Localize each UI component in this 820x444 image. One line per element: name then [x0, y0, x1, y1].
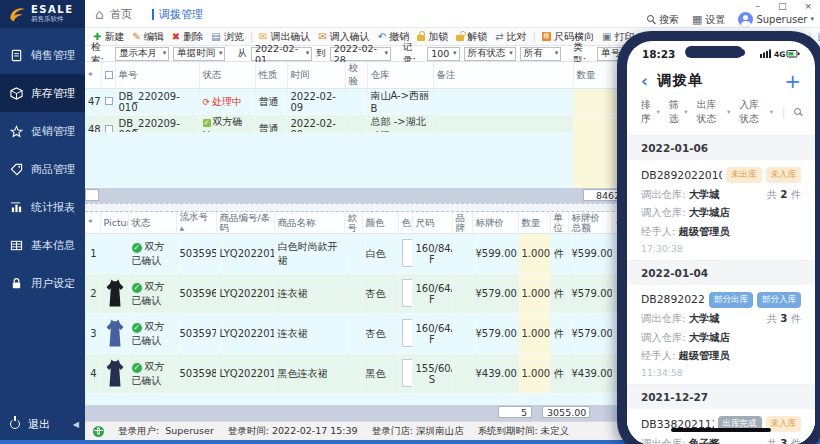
home-icon[interactable]: ⌂	[95, 6, 104, 22]
document-icon	[10, 49, 23, 62]
maximize-button[interactable]: □	[778, 1, 787, 11]
item-code: LYQ20220119003	[216, 354, 274, 394]
product-photo	[104, 317, 126, 349]
sidebar: 销售管理库存管理促销管理商品管理统计报表基本信息用户设定 退出 ◀	[0, 28, 85, 440]
global-search-button[interactable]: 搜索	[647, 13, 679, 27]
sidebar-item-star[interactable]: 促销管理	[0, 112, 85, 150]
unlock-icon	[456, 35, 464, 41]
select-all-checkbox[interactable]	[105, 71, 113, 79]
col-header[interactable]: 颜色	[362, 212, 398, 234]
home-indicator[interactable]	[671, 428, 771, 432]
scope-select[interactable]: 所有▾	[520, 47, 561, 61]
avatar	[738, 12, 753, 27]
records-select[interactable]: 100▾	[427, 47, 459, 61]
item-picture-cell[interactable]	[100, 234, 128, 274]
col-header[interactable]: 仓库	[367, 62, 433, 89]
phone-filter-入库状态[interactable]: 入库状态▾	[739, 98, 773, 126]
date-to-input[interactable]: 2022-02-28▾	[330, 47, 391, 61]
col-header[interactable]: 标牌价	[472, 212, 518, 234]
item-qty: 1.000	[518, 234, 550, 274]
transfer-order-card[interactable]: DB2892022010617302905未出库未入库调出仓库:大学城共 2 件…	[627, 160, 815, 261]
date-from-input[interactable]: 2022-02-01▾	[251, 47, 312, 61]
tab-transfer-management[interactable]: 调拨管理	[152, 7, 203, 22]
col-header[interactable]: 单位	[550, 212, 568, 234]
phone-page-title: 调拨单	[657, 71, 704, 90]
col-header[interactable]: *	[85, 212, 100, 234]
transfer-order-card[interactable]: DB2892022010411345...部分出库部分入库调出仓库:大学城共 3…	[627, 285, 815, 386]
col-header[interactable]: 品牌	[452, 212, 472, 234]
col-header[interactable]: 状态	[128, 212, 176, 234]
col-header[interactable]: Picture	[100, 212, 128, 234]
col-header[interactable]: 备注	[433, 62, 573, 89]
period-select[interactable]: 显示本月▾	[115, 47, 169, 61]
padlock-icon	[10, 277, 23, 290]
item-unit: 件	[550, 274, 568, 314]
color-swatch	[402, 319, 413, 347]
toolbar-button-pencil[interactable]: ✎编辑	[128, 30, 167, 44]
item-price: ¥579.00	[472, 274, 518, 314]
toolbar-button-mail-out[interactable]: ✉调出确认	[255, 30, 314, 44]
back-chevron-icon[interactable]: ‹	[641, 75, 648, 87]
toolbar-button-delete[interactable]: ✖删除	[168, 30, 207, 44]
col-header[interactable]: 数量	[518, 212, 550, 234]
col-header-checkbox[interactable]	[101, 62, 115, 89]
col-header[interactable]: 时间	[287, 62, 345, 89]
sidebar-collapse-icon[interactable]: ◀	[73, 420, 79, 429]
item-size: 160/64A F	[412, 314, 452, 354]
col-header[interactable]: 标牌价总额	[568, 212, 612, 234]
item-size: 155/60A S	[412, 354, 452, 394]
user-menu[interactable]: Superuser ▾	[738, 12, 814, 27]
phone-search-icon[interactable]	[794, 108, 801, 117]
col-header[interactable]: 色	[398, 212, 412, 234]
item-serial: 503596	[176, 274, 216, 314]
inventory-box-icon	[10, 87, 23, 100]
phone-screen: 18:23 4G ‹ 调拨单 +	[627, 41, 815, 444]
item-picture-cell[interactable]	[100, 314, 128, 354]
minimize-button[interactable]: –	[755, 1, 760, 11]
status-badge: 部分入库	[757, 292, 801, 308]
sidebar-item-tag[interactable]: 商品管理	[0, 150, 85, 188]
date-group-header: 2021-12-27	[627, 385, 815, 409]
window-close-button[interactable]: ×	[804, 1, 812, 11]
item-picture-cell[interactable]	[100, 354, 128, 394]
toolbar-button-compare[interactable]: ⇄比对	[491, 30, 530, 44]
sidebar-item-grid[interactable]: 基本信息	[0, 226, 85, 264]
toolbar-button-mail-in[interactable]: ✉调入确认	[314, 30, 373, 44]
col-header[interactable]: 款号	[344, 212, 362, 234]
globe-icon	[93, 426, 104, 437]
col-header[interactable]: 尺码	[412, 212, 452, 234]
sidebar-item-doc[interactable]: 销售管理	[0, 36, 85, 74]
tab-home[interactable]: 首页	[110, 7, 132, 22]
col-header[interactable]: 流水号 ▲	[176, 212, 216, 234]
settings-button[interactable]: ▦ 设置	[692, 13, 725, 27]
item-price: ¥599.00	[472, 234, 518, 274]
phone-notch	[685, 46, 743, 58]
item-picture-cell[interactable]	[100, 274, 128, 314]
phone-filter-筛选[interactable]: 筛选▾	[669, 98, 688, 126]
exit-button[interactable]: 退出 ◀	[0, 408, 85, 440]
toolbar-button-browse[interactable]: ▤浏览	[207, 30, 247, 44]
handler: 超级管理员	[678, 349, 729, 363]
phone-filter-出库状态[interactable]: 出库状态▾	[697, 98, 731, 126]
add-transfer-button[interactable]: +	[784, 74, 801, 88]
status-select[interactable]: 所有状态▾	[464, 47, 516, 61]
col-header[interactable]: 校验	[345, 62, 367, 89]
sidebar-item-chart[interactable]: 统计报表	[0, 188, 85, 226]
toolbar-button-unlock[interactable]: 解锁	[452, 30, 491, 44]
phone-filter-排序[interactable]: 排序▾	[641, 98, 660, 126]
item-qty: 1.000	[518, 274, 550, 314]
time-type-select[interactable]: 单据时间▾	[173, 47, 225, 61]
sidebar-item-lock[interactable]: 用户设定	[0, 264, 85, 302]
item-amount: ¥599.00	[568, 234, 612, 274]
transfer-order-list: 2022-01-06DB2892022010617302905未出库未入库调出仓…	[627, 136, 815, 444]
col-header[interactable]: 性质	[255, 62, 287, 89]
col-header[interactable]: 商品编号/条码	[216, 212, 274, 234]
col-header[interactable]: 单号	[115, 62, 199, 89]
col-header[interactable]: 商品名称	[274, 212, 344, 234]
transfer-order-card[interactable]: DB3382021122717514960出库完成未入库调出仓库:鱼子酱共 3 …	[627, 409, 815, 444]
sidebar-item-box[interactable]: 库存管理	[0, 74, 85, 112]
row-checkbox[interactable]	[105, 97, 113, 105]
col-header-index[interactable]: *	[85, 62, 101, 89]
col-header[interactable]: 状态	[199, 62, 255, 89]
expire-label: 系统到期时间:	[477, 425, 537, 436]
